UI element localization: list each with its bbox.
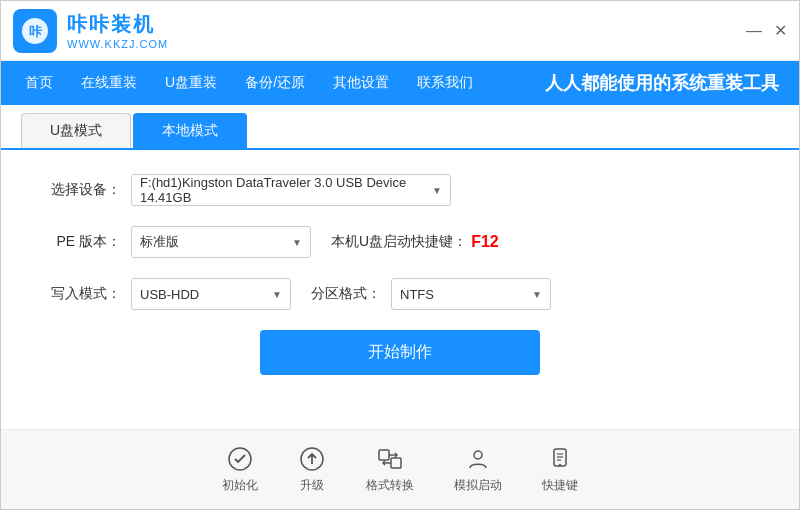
nav-item-usb[interactable]: U盘重装 <box>151 61 231 105</box>
initialize-label: 初始化 <box>222 477 258 494</box>
app-url: WWW.KKZJ.COM <box>67 38 168 50</box>
initialize-icon <box>226 445 254 473</box>
app-logo-icon: 咔 <box>13 9 57 53</box>
pe-label: PE 版本： <box>41 233 121 251</box>
write-mode-row: 写入模式： USB-HDD ▼ 分区格式： NTFS ▼ <box>41 278 759 310</box>
write-label: 写入模式： <box>41 285 121 303</box>
upgrade-icon <box>298 445 326 473</box>
start-button-row: 开始制作 <box>41 330 759 375</box>
tool-format-convert[interactable]: 格式转换 <box>366 445 414 494</box>
nav-item-backup[interactable]: 备份/还原 <box>231 61 319 105</box>
nav-slogan: 人人都能使用的系统重装工具 <box>545 71 789 95</box>
format-convert-label: 格式转换 <box>366 477 414 494</box>
window-controls: — ✕ <box>746 23 787 39</box>
write-select[interactable]: USB-HDD ▼ <box>131 278 291 310</box>
svg-text:咔: 咔 <box>29 24 43 39</box>
shortcut-label: 本机U盘启动快捷键： <box>331 233 467 251</box>
logo-area: 咔 咔咔装机 WWW.KKZJ.COM <box>13 9 168 53</box>
partition-label: 分区格式： <box>311 285 381 303</box>
svg-point-10 <box>559 464 561 466</box>
simulate-boot-icon <box>464 445 492 473</box>
minimize-button[interactable]: — <box>746 23 762 39</box>
pe-select[interactable]: 标准版 ▼ <box>131 226 311 258</box>
shortcut-key: F12 <box>471 233 499 251</box>
nav-item-online[interactable]: 在线重装 <box>67 61 151 105</box>
tab-local-mode[interactable]: 本地模式 <box>133 113 247 148</box>
content-area: U盘模式 本地模式 选择设备： F:(hd1)Kingston DataTrav… <box>1 105 799 429</box>
tab-bar: U盘模式 本地模式 <box>1 105 799 150</box>
tab-usb-mode[interactable]: U盘模式 <box>21 113 131 148</box>
pe-arrow-icon: ▼ <box>292 237 302 248</box>
svg-rect-4 <box>379 450 389 460</box>
partition-arrow-icon: ▼ <box>532 289 542 300</box>
device-value: F:(hd1)Kingston DataTraveler 3.0 USB Dev… <box>140 175 424 205</box>
upgrade-label: 升级 <box>300 477 324 494</box>
main-window: 咔 咔咔装机 WWW.KKZJ.COM — ✕ 首页 在线重装 U盘重装 备份/… <box>0 0 800 510</box>
tool-shortcuts[interactable]: 快捷键 <box>542 445 578 494</box>
nav-bar: 首页 在线重装 U盘重装 备份/还原 其他设置 联系我们 人人都能使用的系统重装… <box>1 61 799 105</box>
tool-simulate-boot[interactable]: 模拟启动 <box>454 445 502 494</box>
device-arrow-icon: ▼ <box>432 185 442 196</box>
write-value: USB-HDD <box>140 287 264 302</box>
partition-select[interactable]: NTFS ▼ <box>391 278 551 310</box>
format-convert-icon <box>376 445 404 473</box>
svg-rect-5 <box>391 458 401 468</box>
start-button[interactable]: 开始制作 <box>260 330 540 375</box>
pe-value: 标准版 <box>140 233 284 251</box>
close-button[interactable]: ✕ <box>774 23 787 39</box>
device-row: 选择设备： F:(hd1)Kingston DataTraveler 3.0 U… <box>41 174 759 206</box>
nav-item-home[interactable]: 首页 <box>11 61 67 105</box>
partition-value: NTFS <box>400 287 524 302</box>
bottom-toolbar: 初始化 升级 <box>1 429 799 509</box>
app-title: 咔咔装机 <box>67 11 168 38</box>
device-select[interactable]: F:(hd1)Kingston DataTraveler 3.0 USB Dev… <box>131 174 451 206</box>
shortcuts-icon <box>546 445 574 473</box>
form-area: 选择设备： F:(hd1)Kingston DataTraveler 3.0 U… <box>1 150 799 429</box>
shortcuts-label: 快捷键 <box>542 477 578 494</box>
pe-row: PE 版本： 标准版 ▼ 本机U盘启动快捷键： F12 <box>41 226 759 258</box>
nav-item-settings[interactable]: 其他设置 <box>319 61 403 105</box>
svg-point-8 <box>474 451 482 459</box>
tool-initialize[interactable]: 初始化 <box>222 445 258 494</box>
nav-item-contact[interactable]: 联系我们 <box>403 61 487 105</box>
device-label: 选择设备： <box>41 181 121 199</box>
simulate-boot-label: 模拟启动 <box>454 477 502 494</box>
title-bar: 咔 咔咔装机 WWW.KKZJ.COM — ✕ <box>1 1 799 61</box>
logo-text-area: 咔咔装机 WWW.KKZJ.COM <box>67 11 168 50</box>
tool-upgrade[interactable]: 升级 <box>298 445 326 494</box>
write-arrow-icon: ▼ <box>272 289 282 300</box>
